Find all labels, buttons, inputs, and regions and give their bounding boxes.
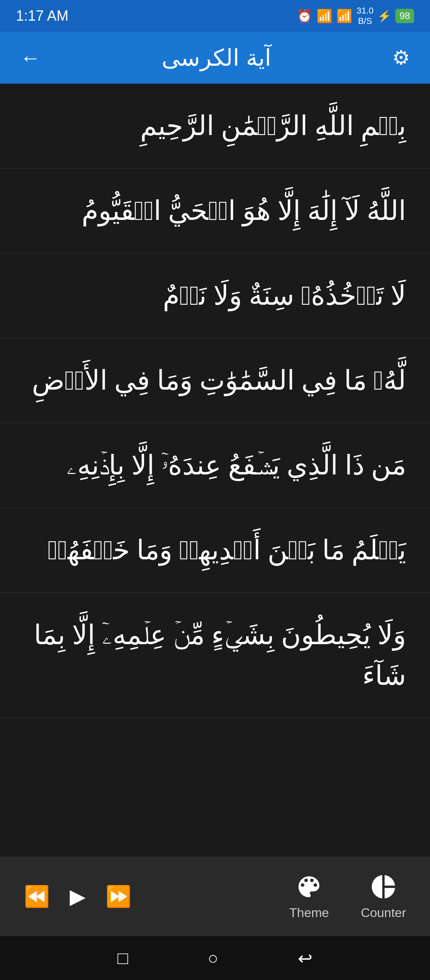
bottom-bar: ⏪ ▶ ⏩ Theme Counter: [0, 857, 430, 936]
counter-label: Counter: [361, 906, 406, 920]
verse-item: بِسۡمِ اللَّهِ الرَّحۡمَٰنِ الرَّحِيمِ: [0, 84, 430, 169]
playback-controls: ⏪ ▶ ⏩: [24, 886, 131, 907]
fast-forward-button[interactable]: ⏩: [106, 886, 131, 907]
verse-item: لَا تَأۡخُذُهُۥ سِنَةٌ وَلَا نَوۡمٌ: [0, 253, 430, 338]
status-time: 1:17 AM: [16, 8, 68, 24]
rewind-button[interactable]: ⏪: [24, 886, 50, 907]
nav-recent-button[interactable]: □: [117, 948, 128, 968]
alarm-icon: ⏰: [297, 8, 313, 24]
verse-item: لَّهُۥ مَا فِي السَّمَٰوَٰتِ وَمَا فِي ا…: [0, 338, 430, 423]
verse-text: وَلَا يُحِيطُونَ بِشَيۡءٍ مِّنۡ عِلۡمِهِ…: [34, 620, 406, 691]
verse-item: مَن ذَا الَّذِي يَشۡفَعُ عِندَهُۥٓ إِلَّ…: [0, 423, 430, 508]
verse-text: لَّهُۥ مَا فِي السَّمَٰوَٰتِ وَمَا فِي ا…: [32, 365, 406, 396]
content-area: بِسۡمِ اللَّهِ الرَّحۡمَٰنِ الرَّحِيمِال…: [0, 84, 430, 857]
bottom-actions: Theme Counter: [289, 873, 406, 920]
status-icons: ⏰ 📶 📶 31.0B/S ⚡ 98: [297, 6, 414, 27]
signal-icon: 📶: [336, 8, 352, 24]
data-speed: 31.0B/S: [356, 6, 373, 27]
counter-icon: [369, 873, 397, 901]
battery-level: 98: [395, 9, 414, 23]
status-bar: 1:17 AM ⏰ 📶 📶 31.0B/S ⚡ 98: [0, 0, 430, 32]
theme-label: Theme: [289, 906, 329, 920]
verse-text: بِسۡمِ اللَّهِ الرَّحۡمَٰنِ الرَّحِيمِ: [140, 111, 406, 141]
play-button[interactable]: ▶: [70, 886, 86, 907]
app-bar: ← آية الكرسى ⚙: [0, 32, 430, 84]
verse-list: بِسۡمِ اللَّهِ الرَّحۡمَٰنِ الرَّحِيمِال…: [0, 84, 430, 857]
page-title: آية الكرسى: [162, 44, 271, 71]
verse-item: اللَّهُ لَآ إِلَٰهَ إِلَّا هُوَ الۡحَيُّ…: [0, 169, 430, 253]
verse-text: مَن ذَا الَّذِي يَشۡفَعُ عِندَهُۥٓ إِلَّ…: [66, 450, 406, 480]
verse-text: يَعۡلَمُ مَا بَيۡنَ أَيۡدِيهِمۡ وَمَا خَ…: [48, 535, 406, 565]
nav-home-button[interactable]: ○: [208, 948, 219, 968]
theme-icon: [295, 873, 323, 901]
nav-back-button[interactable]: ↩: [298, 948, 313, 968]
settings-button[interactable]: ⚙: [392, 46, 410, 69]
theme-action[interactable]: Theme: [289, 873, 329, 920]
verse-item: يَعۡلَمُ مَا بَيۡنَ أَيۡدِيهِمۡ وَمَا خَ…: [0, 508, 430, 593]
nav-bar: □ ○ ↩: [0, 936, 430, 980]
counter-action[interactable]: Counter: [361, 873, 406, 920]
verse-text: لَا تَأۡخُذُهُۥ سِنَةٌ وَلَا نَوۡمٌ: [163, 280, 406, 311]
charging-icon: ⚡: [377, 10, 391, 23]
verse-text: اللَّهُ لَآ إِلَٰهَ إِلَّا هُوَ الۡحَيُّ…: [82, 196, 406, 226]
back-button[interactable]: ←: [20, 46, 41, 70]
wifi-icon: 📶: [317, 8, 332, 24]
verse-item: وَلَا يُحِيطُونَ بِشَيۡءٍ مِّنۡ عِلۡمِهِ…: [0, 593, 430, 718]
